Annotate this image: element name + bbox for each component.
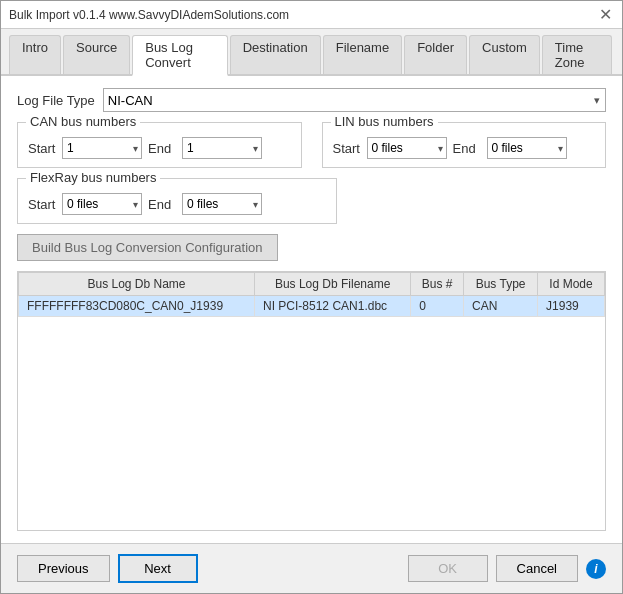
flexray-start-row: Start 0 files End 0 files xyxy=(28,193,326,215)
flexray-end-label: End xyxy=(148,197,176,212)
info-icon[interactable]: i xyxy=(586,559,606,579)
content-area: Log File Type NI-CAN CAN bus numbers Sta… xyxy=(1,76,622,543)
lin-start-label: Start xyxy=(333,141,361,156)
tab-time-zone[interactable]: Time Zone xyxy=(542,35,612,74)
table-header-row: Bus Log Db Name Bus Log Db Filename Bus … xyxy=(19,273,605,296)
can-start-label: Start xyxy=(28,141,56,156)
lin-end-select-wrapper: 0 files xyxy=(487,137,567,159)
lin-section-label: LIN bus numbers xyxy=(331,114,438,129)
footer: Previous Next OK Cancel i xyxy=(1,543,622,593)
table-row[interactable]: FFFFFFFF83CD080C_CAN0_J1939NI PCI-8512 C… xyxy=(19,296,605,317)
tab-custom[interactable]: Custom xyxy=(469,35,540,74)
log-file-type-select[interactable]: NI-CAN xyxy=(103,88,606,112)
can-start-row: Start 1 End 1 xyxy=(28,137,291,159)
log-file-type-row: Log File Type NI-CAN xyxy=(17,88,606,112)
can-end-select[interactable]: 1 xyxy=(182,137,262,159)
can-end-label: End xyxy=(148,141,176,156)
lin-start-select-wrapper: 0 files xyxy=(367,137,447,159)
tab-folder[interactable]: Folder xyxy=(404,35,467,74)
log-file-type-select-wrapper: NI-CAN xyxy=(103,88,606,112)
col-header-db-name: Bus Log Db Name xyxy=(19,273,255,296)
flexray-start-select-wrapper: 0 files xyxy=(62,193,142,215)
cancel-button[interactable]: Cancel xyxy=(496,555,578,582)
tab-bus-log-convert[interactable]: Bus Log Convert xyxy=(132,35,227,76)
can-lin-section: CAN bus numbers Start 1 End 1 xyxy=(17,122,606,168)
lin-start-row: Start 0 files End 0 files xyxy=(333,137,596,159)
lin-bus-group: LIN bus numbers Start 0 files End 0 file… xyxy=(322,122,607,168)
col-header-id-mode: Id Mode xyxy=(538,273,605,296)
title-bar: Bulk Import v0.1.4 www.SavvyDIAdemSoluti… xyxy=(1,1,622,29)
window-title: Bulk Import v0.1.4 www.SavvyDIAdemSoluti… xyxy=(9,8,289,22)
can-start-select-wrapper: 1 xyxy=(62,137,142,159)
flexray-end-select[interactable]: 0 files xyxy=(182,193,262,215)
previous-button[interactable]: Previous xyxy=(17,555,110,582)
bus-log-table-container: Bus Log Db Name Bus Log Db Filename Bus … xyxy=(17,271,606,531)
flexray-section-label: FlexRay bus numbers xyxy=(26,170,160,185)
next-button[interactable]: Next xyxy=(118,554,198,583)
tab-bar: Intro Source Bus Log Convert Destination… xyxy=(1,29,622,76)
close-button[interactable]: ✕ xyxy=(596,6,614,24)
lin-end-label: End xyxy=(453,141,481,156)
build-button[interactable]: Build Bus Log Conversion Configuration xyxy=(17,234,278,261)
can-bus-group: CAN bus numbers Start 1 End 1 xyxy=(17,122,302,168)
lin-start-select[interactable]: 0 files xyxy=(367,137,447,159)
bus-log-table: Bus Log Db Name Bus Log Db Filename Bus … xyxy=(18,272,605,317)
tab-intro[interactable]: Intro xyxy=(9,35,61,74)
main-window: Bulk Import v0.1.4 www.SavvyDIAdemSoluti… xyxy=(0,0,623,594)
flexray-start-label: Start xyxy=(28,197,56,212)
flexray-section: FlexRay bus numbers Start 0 files End 0 … xyxy=(17,178,337,224)
ok-button[interactable]: OK xyxy=(408,555,488,582)
col-header-bus-type: Bus Type xyxy=(464,273,538,296)
flexray-start-select[interactable]: 0 files xyxy=(62,193,142,215)
col-header-bus-num: Bus # xyxy=(411,273,464,296)
tab-filename[interactable]: Filename xyxy=(323,35,402,74)
can-end-select-wrapper: 1 xyxy=(182,137,262,159)
can-section-label: CAN bus numbers xyxy=(26,114,140,129)
flexray-end-select-wrapper: 0 files xyxy=(182,193,262,215)
lin-end-select[interactable]: 0 files xyxy=(487,137,567,159)
col-header-db-filename: Bus Log Db Filename xyxy=(255,273,411,296)
tab-destination[interactable]: Destination xyxy=(230,35,321,74)
can-start-select[interactable]: 1 xyxy=(62,137,142,159)
tab-source[interactable]: Source xyxy=(63,35,130,74)
log-file-type-label: Log File Type xyxy=(17,93,95,108)
